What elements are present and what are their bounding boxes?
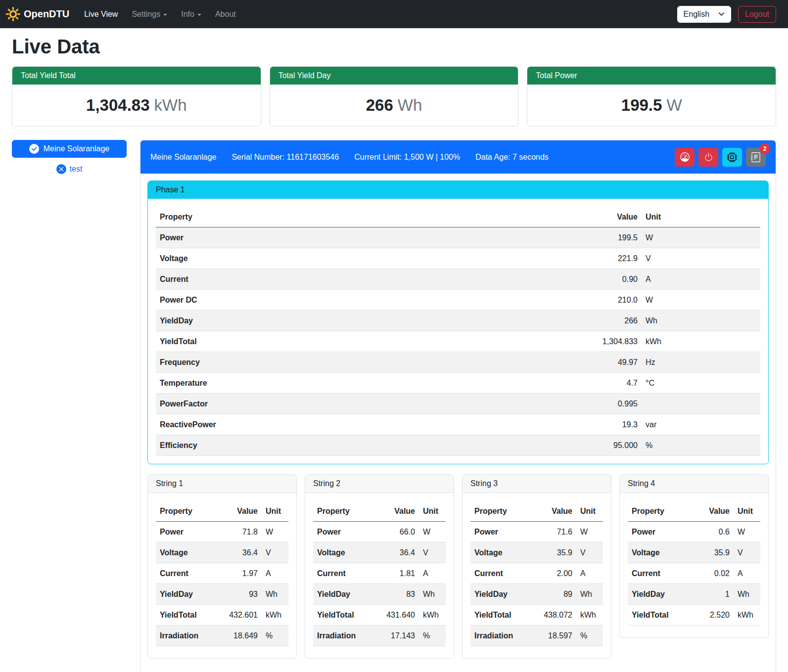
unit-cell: A [262,563,288,584]
inverter-card-header: Meine Solaranlage Serial Number: 1161716… [140,140,776,174]
inverter-header-info: Meine Solaranlage Serial Number: 1161716… [150,153,549,162]
unit-cell: °C [642,373,760,394]
nav-item-label: Live View [84,10,118,18]
table-header-row: Property Value Unit [156,501,288,522]
value-cell: 2.00 [529,563,576,584]
power-icon [704,152,713,162]
table-row: YieldTotal1,304.833kWh [156,331,760,352]
phase-card: Phase 1 Property Value Unit Power199.5WV… [147,180,769,464]
string-card-title: String 1 [148,475,296,493]
value-cell: 66.0 [371,522,419,542]
value-cell: 89 [529,584,576,605]
language-select[interactable]: English [677,6,731,23]
navbar-right: English Logout [677,6,776,23]
property-cell: YieldDay [156,584,214,605]
summary-card-unit: W [666,96,682,114]
value-cell: 35.9 [686,542,734,563]
unit-cell: A [419,563,446,584]
unit-cell: V [642,248,760,269]
column-header-property: Property [628,501,686,522]
value-cell: 1,304.833 [567,331,642,352]
unit-cell: W [734,522,760,542]
table-header-row: Property Value Unit [156,207,760,227]
string-table-body: Power71.6WVoltage35.9VCurrent2.00AYieldD… [470,522,603,646]
table-row: Current0.02A [628,563,760,584]
logout-button[interactable]: Logout [738,6,776,23]
string-table-body: Power0.6WVoltage35.9VCurrent0.02AYieldDa… [628,522,760,626]
table-row: Power71.6W [470,522,603,542]
property-cell: YieldDay [470,584,529,605]
language-select-value: English [684,10,709,19]
value-cell: 49.97 [567,352,642,373]
table-row: Current2.00A [470,563,603,584]
value-cell: 18.597 [529,626,576,646]
column-header-property: Property [156,501,214,522]
summary-card-total-yield-total: Total Yield Total 1,304.83kWh [12,66,261,127]
nav-item-live-view[interactable]: Live View [77,5,125,23]
table-row: YieldDay83Wh [313,584,446,605]
table-row: Voltage35.9V [628,542,760,563]
unit-cell: W [642,227,760,248]
event-log-button[interactable]: 2 [746,148,766,167]
value-cell: 71.8 [214,522,262,542]
table-row: Power199.5W [156,227,760,248]
device-info-button[interactable] [722,148,742,167]
summary-card-unit: Wh [398,96,422,114]
table-row: Efficiency95.000% [156,435,760,456]
table-row: YieldTotal2.520kWh [628,605,760,626]
column-header-value: Value [214,501,262,522]
value-cell: 432.601 [214,605,262,626]
property-cell: Voltage [313,542,371,563]
unit-cell: % [262,626,288,646]
table-row: Irradiation18.597% [470,626,603,646]
value-cell: 199.5 [567,227,642,248]
value-cell: 4.7 [567,373,642,394]
value-cell: 36.4 [371,542,419,563]
limit-settings-button[interactable] [675,148,695,167]
table-row: YieldDay93Wh [156,584,288,605]
table-header-row: Property Value Unit [628,501,760,522]
value-cell: 0.02 [686,563,734,584]
nav-item-settings[interactable]: Settings [125,5,174,23]
column-header-property: Property [313,501,371,522]
table-row: Current1.97A [156,563,288,584]
property-cell: YieldDay [628,584,686,605]
property-cell: Power [313,522,371,542]
value-cell: 18.649 [214,626,262,646]
value-cell: 221.9 [567,248,642,269]
event-count-badge: 2 [759,143,770,154]
page-title: Live Data [12,36,776,58]
table-header-row: Property Value Unit [313,501,446,522]
value-cell: 0.995 [567,394,642,414]
property-cell: Voltage [470,542,529,563]
value-cell: 71.6 [529,522,576,542]
summary-card-value: 1,304.83 [86,96,149,114]
summary-card-unit: kWh [154,96,187,114]
value-cell: 1.97 [214,563,262,584]
table-row: Irradiation17.143% [313,626,446,646]
brand-link[interactable]: OpenDTU [6,7,69,21]
unit-cell: V [734,542,760,563]
table-row: Voltage36.4V [313,542,446,563]
nav-item-info[interactable]: Info [174,5,208,23]
power-button[interactable] [698,148,718,167]
property-cell: Irradiation [470,626,529,646]
value-cell: 93 [214,584,262,605]
inverter-secondary-link[interactable]: test [12,164,127,174]
nav-item-about[interactable]: About [208,5,243,23]
unit-cell: % [419,626,446,646]
string-card-title: String 2 [305,475,454,493]
value-cell: 36.4 [214,542,262,563]
value-cell: 1.81 [371,563,419,584]
inverter-select-button[interactable]: Meine Solaranlage [12,140,127,158]
summary-card-title: Total Yield Day [270,67,518,85]
value-cell: 17.143 [371,626,419,646]
check-circle-icon [29,144,39,154]
unit-cell: A [734,563,760,584]
nav-links: Live View Settings Info About [77,5,243,23]
table-row: ReactivePower19.3var [156,414,760,435]
value-cell: 210.0 [567,290,642,311]
table-row: Power0.6W [628,522,760,542]
table-row: YieldDay89Wh [470,584,603,605]
unit-cell: Wh [576,584,603,605]
